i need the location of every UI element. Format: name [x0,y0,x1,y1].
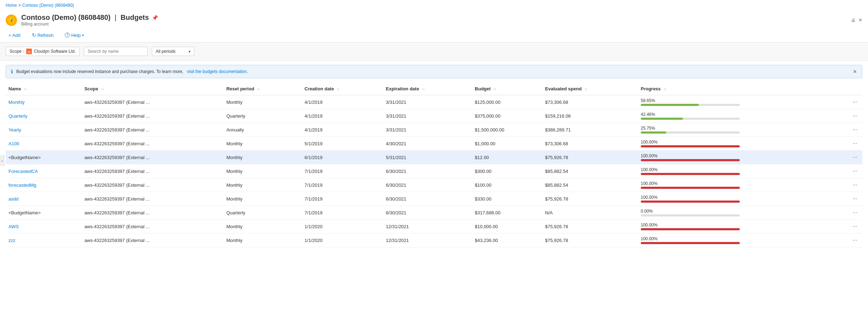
row-menu-button[interactable]: ··· [851,195,860,202]
row-menu-button[interactable]: ··· [851,153,860,161]
cell-budget: $1,500,000.00 [472,123,542,137]
period-dropdown[interactable]: All periods ▾ [152,47,194,56]
cell-row-menu[interactable]: ··· [848,206,862,220]
cell-expiration-date: 4/30/2021 [383,137,472,151]
info-close-button[interactable]: ✕ [853,69,857,74]
row-menu-button[interactable]: ··· [851,236,860,244]
breadcrumb-current[interactable]: Contoso (Demo) (8608480) [22,3,74,8]
cell-progress: 0.00% [638,206,848,220]
cell-creation-date: 7/1/2019 [302,178,383,192]
info-link[interactable]: visit the budgets documentation. [187,69,248,74]
row-menu-button[interactable]: ··· [851,167,860,175]
page-subtitle: Billing account [21,22,158,27]
cell-row-menu[interactable]: ··· [848,123,862,137]
help-button[interactable]: ? Help ▾ [62,31,87,39]
cell-name: <BudgetName> [6,151,81,164]
cell-scope: aws-432263259397 (External ... [81,233,223,247]
progress-bar-fill [641,228,740,230]
progress-label: 100.00% [641,167,845,172]
col-expiration-date[interactable]: Expiration date ↑↓ [383,83,472,95]
cell-evaluated-spend: $75,926.78 [542,192,638,206]
cell-budget: $330.00 [472,192,542,206]
row-menu-button[interactable]: ··· [851,223,860,230]
cell-reset-period: Monthly [223,220,302,233]
progress-bar-bg [641,104,740,106]
col-evaluated-spend[interactable]: Evaluated spend ↑↓ [542,83,638,95]
budget-name-link[interactable]: ForecastedCA [8,169,38,174]
cell-progress: 100.00% [638,137,848,151]
refresh-button[interactable]: ↻ Refresh [29,31,57,39]
col-reset-period[interactable]: Reset period ↑↓ [223,83,302,95]
col-creation-date[interactable]: Creation date ↑↓ [302,83,383,95]
cell-row-menu[interactable]: ··· [848,151,862,164]
table-row: zzzaws-432263259397 (External ...Monthly… [6,233,862,247]
cell-progress: 100.00% [638,192,848,206]
sort-progress-icon: ↑↓ [663,88,666,91]
col-progress[interactable]: Progress ↑↓ [638,83,848,95]
cell-progress: 58.65% [638,95,848,109]
col-budget[interactable]: Budget ↑↓ [472,83,542,95]
budget-name-link[interactable]: zzz [8,238,16,243]
cell-evaluated-spend: $75,926.78 [542,151,638,164]
table-row: Yearlyaws-432263259397 (External ...Annu… [6,123,862,137]
budget-name-link[interactable]: asdd [8,196,18,202]
cell-row-menu[interactable]: ··· [848,178,862,192]
row-menu-button[interactable]: ··· [851,140,860,147]
cell-row-menu[interactable]: ··· [848,109,862,123]
progress-bar-fill [641,145,740,147]
cell-evaluated-spend: $159,216.06 [542,109,638,123]
progress-bar-fill [641,118,683,120]
cell-row-menu[interactable]: ··· [848,137,862,151]
cell-progress: 42.46% [638,109,848,123]
progress-label: 100.00% [641,236,845,241]
col-scope[interactable]: Scope ↑↓ [81,83,223,95]
cell-row-menu[interactable]: ··· [848,95,862,109]
cell-row-menu[interactable]: ··· [848,220,862,233]
row-menu-button[interactable]: ··· [851,126,860,133]
period-dropdown-icon: ▾ [189,50,190,54]
cell-scope: aws-432263259397 (External ... [81,123,223,137]
budget-name-link[interactable]: A100 [8,141,19,146]
cell-scope: aws-432263259397 (External ... [81,192,223,206]
cell-name: asdd [6,192,81,206]
cell-row-menu[interactable]: ··· [848,164,862,178]
budget-name-link[interactable]: AWS [8,224,19,229]
row-menu-button[interactable]: ··· [851,98,860,106]
add-button[interactable]: + Add [6,31,23,39]
cell-evaluated-spend: $75,926.78 [542,220,638,233]
cell-expiration-date: 3/31/2021 [383,123,472,137]
cell-scope: aws-432263259397 (External ... [81,95,223,109]
cell-reset-period: Monthly [223,178,302,192]
cell-row-menu[interactable]: ··· [848,192,862,206]
cell-expiration-date: 5/31/2021 [383,151,472,164]
budget-name-link[interactable]: forecastedMg [8,182,36,188]
budget-name-link[interactable]: Yearly [8,127,21,133]
close-icon[interactable]: ✕ [858,17,862,23]
cell-name: Quarterly [6,109,81,123]
cell-reset-period: Monthly [223,233,302,247]
row-menu-button[interactable]: ··· [851,181,860,188]
cell-row-menu[interactable]: ··· [848,233,862,247]
sort-name-icon: ↑↓ [24,88,27,91]
row-menu-button[interactable]: ··· [851,112,860,119]
cell-budget: $125,000.00 [472,95,542,109]
sort-spend-icon: ↑↓ [584,88,587,91]
progress-bar-bg [641,118,740,120]
table-row: ForecastedCAaws-432263259397 (External .… [6,164,862,178]
cell-reset-period: Annually [223,123,302,137]
cell-scope: aws-432263259397 (External ... [81,151,223,164]
budget-name-link[interactable]: Quarterly [8,113,27,119]
scope-selector[interactable]: Scope : ☁ Cloudyn Software Ltd. [6,47,80,56]
budget-name-link[interactable]: Monthly [8,100,25,105]
sidebar-expand-btn[interactable]: › [0,155,4,166]
cell-name: zzz [6,233,81,247]
row-menu-button[interactable]: ··· [851,209,860,216]
col-name[interactable]: Name ↑↓ [6,83,81,95]
scope-value: Cloudyn Software Ltd. [34,49,76,54]
cell-creation-date: 1/1/2020 [302,233,383,247]
search-input[interactable] [84,47,148,56]
pin-icon[interactable]: 📌 [152,15,158,21]
cell-budget: $10,000.00 [472,220,542,233]
breadcrumb-home[interactable]: Home [6,3,17,8]
print-icon[interactable]: 🖨 [851,17,856,23]
